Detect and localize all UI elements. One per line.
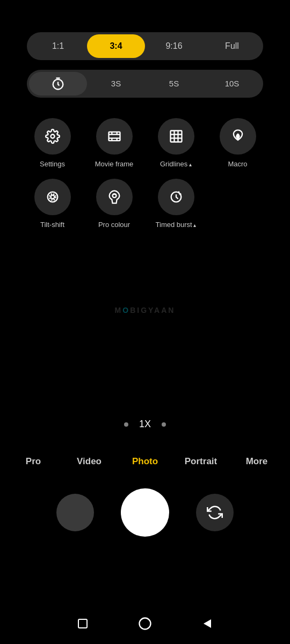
mode-settings[interactable]: Settings [21,118,83,168]
tab-portrait[interactable]: Portrait [173,451,229,472]
tilt-shift-label: Tilt-shift [40,221,64,229]
svg-marker-22 [204,619,211,628]
svg-rect-20 [78,619,87,628]
square-icon [76,617,89,630]
triangle-icon [201,617,214,630]
mode-movie-frame[interactable]: Movie frame [83,118,145,168]
nav-home-button[interactable] [135,614,155,633]
watermark: MOBIGYAAN [115,306,176,314]
nav-square-button[interactable] [73,614,92,633]
svg-point-16 [50,195,54,199]
mode-pro-colour[interactable]: Pro colour [83,179,145,229]
svg-rect-9 [170,131,182,142]
pro-colour-label: Pro colour [98,221,130,229]
aspect-ratio-bar: 1:1 3:4 9:16 Full [27,32,263,60]
modes-row-1: Settings Movie frame [21,118,269,168]
svg-point-21 [140,618,151,630]
settings-icon-circle [34,118,71,155]
nav-back-button[interactable] [198,614,217,633]
flip-camera-button[interactable] [196,494,234,531]
tab-video[interactable]: Video [61,451,117,472]
aspect-ratio-full[interactable]: Full [203,34,261,58]
svg-point-1 [50,135,54,138]
pro-colour-icon-circle [96,179,133,215]
gridlines-label: Gridlines [160,160,192,168]
timer-clock[interactable] [29,72,87,96]
aspect-ratio-1-1[interactable]: 1:1 [29,34,87,58]
mode-gridlines[interactable]: Gridlines [145,118,207,168]
tilt-shift-icon-circle [34,179,71,215]
timer-3s[interactable]: 3S [87,72,145,96]
movie-frame-label: Movie frame [95,160,134,168]
camera-controls [0,488,290,537]
zoom-dot-right [162,422,166,427]
timer-5s[interactable]: 5S [145,72,203,96]
modes-grid: Settings Movie frame [21,118,269,239]
macro-icon-circle [220,118,256,155]
tab-more[interactable]: More [229,451,285,472]
mode-macro[interactable]: Macro [207,118,269,168]
zoom-level[interactable]: 1X [139,419,151,430]
macro-label: Macro [228,160,247,168]
tab-pro[interactable]: Pro [5,451,61,472]
gridlines-icon-circle [158,118,194,155]
timer-10s[interactable]: 10S [203,72,261,96]
nav-bar [0,614,290,633]
shutter-button[interactable] [121,488,169,537]
mode-tilt-shift[interactable]: Tilt-shift [21,179,83,229]
zoom-dot-left [124,422,128,427]
mode-timed-burst[interactable]: Timed burst [145,179,207,229]
svg-rect-2 [108,132,120,141]
settings-label: Settings [40,160,65,168]
zoom-bar: 1X [124,419,166,430]
modes-row-2: Tilt-shift Pro colour [21,179,269,229]
gallery-thumbnail[interactable] [56,494,94,531]
timed-burst-label: Timed burst [156,221,197,229]
flip-camera-icon [207,504,223,521]
timer-bar: 3S 5S 10S [27,70,263,98]
aspect-ratio-3-4[interactable]: 3:4 [87,34,145,58]
aspect-ratio-9-16[interactable]: 9:16 [145,34,203,58]
circle-icon [137,616,153,631]
timed-burst-icon-circle [158,179,194,215]
mode-tabs: Pro Video Photo Portrait More [0,451,290,472]
svg-point-14 [236,135,239,138]
movie-frame-icon-circle [96,118,133,155]
tab-photo[interactable]: Photo [117,451,173,472]
